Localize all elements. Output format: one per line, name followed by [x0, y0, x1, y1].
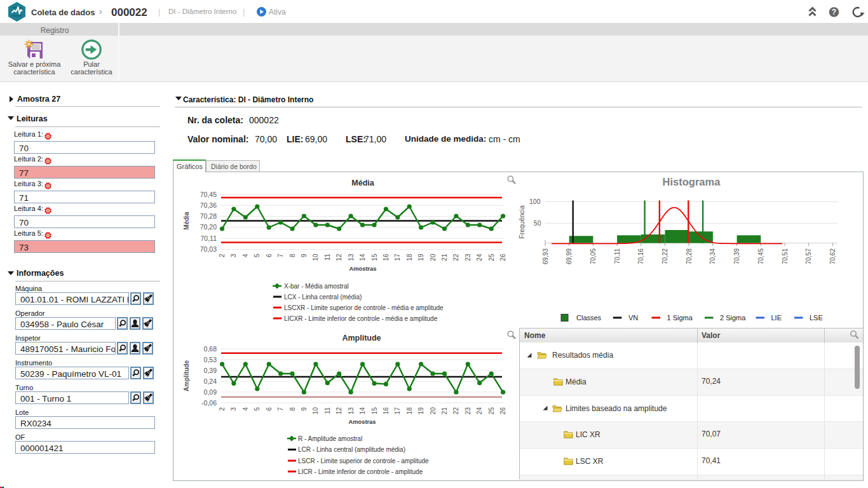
svg-text:12: 12 [336, 254, 342, 261]
svg-text:14: 14 [359, 407, 366, 415]
svg-text:2: 2 [219, 407, 226, 411]
svg-text:2: 2 [219, 254, 226, 257]
svg-text:8: 8 [289, 254, 296, 257]
svg-text:70,45: 70,45 [200, 191, 217, 198]
svg-text:7: 7 [277, 254, 284, 257]
svg-text:7: 7 [277, 407, 284, 411]
svg-text:70,51: 70,51 [782, 248, 789, 264]
svg-text:70,28: 70,28 [686, 248, 693, 264]
svg-text:70,11: 70,11 [614, 248, 621, 264]
svg-text:70,22: 70,22 [661, 248, 668, 264]
svg-text:0,53: 0,53 [204, 356, 217, 363]
svg-text:Amostras: Amostras [349, 419, 376, 425]
svg-text:Amostras: Amostras [349, 266, 377, 272]
svg-text:70,20: 70,20 [200, 223, 217, 231]
svg-text:LSCXR - Limite superior de con: LSCXR - Limite superior de controle - mé… [284, 304, 444, 311]
svg-text:5: 5 [254, 407, 261, 411]
svg-text:70,39: 70,39 [733, 248, 740, 264]
svg-text:0,09: 0,09 [204, 388, 217, 396]
svg-text:70,62: 70,62 [829, 248, 836, 264]
svg-text:20: 20 [430, 254, 437, 261]
svg-text:12: 12 [336, 407, 342, 415]
svg-text:11: 11 [324, 407, 331, 414]
svg-text:24: 24 [476, 407, 483, 415]
svg-text:LICXR - Limite inferior de con: LICXR - Limite inferior de controle - mé… [284, 315, 438, 322]
svg-text:13: 13 [348, 254, 355, 261]
svg-text:LICR - Limite inferior de cont: LICR - Limite inferior de controle - amp… [298, 468, 423, 475]
svg-text:1 Sigma: 1 Sigma [667, 314, 693, 322]
svg-text:5: 5 [254, 254, 261, 257]
svg-text:70,57: 70,57 [805, 248, 812, 264]
svg-text:70,05: 70,05 [590, 248, 597, 264]
svg-text:8: 8 [289, 407, 296, 411]
svg-text:70,28: 70,28 [200, 212, 217, 220]
svg-text:70,03: 70,03 [200, 245, 217, 253]
svg-text:10: 10 [312, 407, 319, 415]
svg-text:70,11: 70,11 [201, 234, 217, 242]
svg-text:19: 19 [417, 407, 424, 415]
svg-text:Histograma: Histograma [663, 176, 721, 187]
svg-text:Frequência: Frequência [518, 205, 526, 239]
svg-text:17: 17 [394, 254, 401, 261]
svg-text:4: 4 [242, 254, 249, 257]
svg-text:16: 16 [383, 407, 390, 415]
svg-text:Amplitude: Amplitude [342, 334, 381, 342]
svg-text:11: 11 [324, 254, 331, 261]
svg-text:70,34: 70,34 [709, 248, 716, 264]
svg-text:VN: VN [628, 314, 638, 322]
svg-text:3: 3 [230, 254, 237, 257]
svg-text:Média: Média [183, 212, 190, 230]
svg-text:Classes: Classes [576, 314, 602, 322]
svg-text:LSE: LSE [810, 314, 823, 322]
svg-text:Média: Média [351, 179, 374, 187]
svg-text:26: 26 [499, 254, 506, 261]
svg-text:23: 23 [465, 254, 471, 261]
svg-text:LCR - Linha central (amplitude: LCR - Linha central (amplitude média) [298, 446, 405, 453]
svg-text:26: 26 [499, 407, 506, 415]
svg-text:21: 21 [441, 254, 448, 261]
svg-text:16: 16 [383, 254, 390, 261]
svg-text:69,99: 69,99 [566, 248, 573, 264]
svg-text:6: 6 [266, 254, 273, 257]
svg-text:50: 50 [534, 219, 541, 227]
svg-text:LCX - Linha central (média): LCX - Linha central (média) [284, 294, 362, 301]
svg-text:LSCR - Limite superior de cont: LSCR - Limite superior de controle - amp… [298, 458, 429, 464]
svg-text:13: 13 [348, 407, 355, 415]
svg-text:70,16: 70,16 [637, 248, 644, 264]
svg-text:-0,06: -0,06 [201, 399, 217, 407]
svg-text:19: 19 [417, 254, 424, 261]
svg-text:18: 18 [406, 407, 413, 415]
svg-text:69,93: 69,93 [542, 248, 549, 264]
svg-text:LIE: LIE [771, 314, 782, 322]
svg-text:Amplitude: Amplitude [183, 360, 190, 391]
svg-text:18: 18 [406, 254, 413, 261]
svg-text:?: ? [832, 8, 836, 17]
svg-text:9: 9 [301, 407, 308, 411]
svg-text:70,36: 70,36 [200, 201, 217, 209]
svg-text:22: 22 [452, 254, 459, 261]
svg-text:0,68: 0,68 [204, 345, 217, 353]
svg-text:2 Sigma: 2 Sigma [720, 314, 746, 322]
svg-text:6: 6 [266, 407, 273, 411]
svg-text:9: 9 [301, 254, 308, 257]
svg-text:0,24: 0,24 [204, 377, 217, 385]
svg-text:10: 10 [312, 254, 319, 261]
svg-text:0,39: 0,39 [204, 367, 217, 374]
svg-text:15: 15 [371, 254, 378, 261]
svg-text:X-bar - Média amostral: X-bar - Média amostral [284, 283, 349, 290]
svg-text:R - Amplitude amostral: R - Amplitude amostral [298, 435, 362, 442]
svg-text:25: 25 [488, 407, 495, 415]
svg-text:3: 3 [230, 407, 237, 411]
svg-text:23: 23 [465, 407, 471, 415]
svg-text:20: 20 [430, 407, 437, 415]
svg-text:17: 17 [394, 407, 401, 415]
svg-text:22: 22 [452, 407, 459, 415]
svg-text:100: 100 [529, 198, 541, 205]
svg-text:21: 21 [441, 407, 448, 415]
svg-text:25: 25 [488, 254, 495, 261]
svg-text:15: 15 [371, 407, 378, 415]
svg-text:24: 24 [476, 254, 483, 261]
svg-text:4: 4 [242, 407, 249, 411]
svg-text:70,45: 70,45 [757, 248, 764, 264]
svg-text:14: 14 [359, 254, 366, 261]
